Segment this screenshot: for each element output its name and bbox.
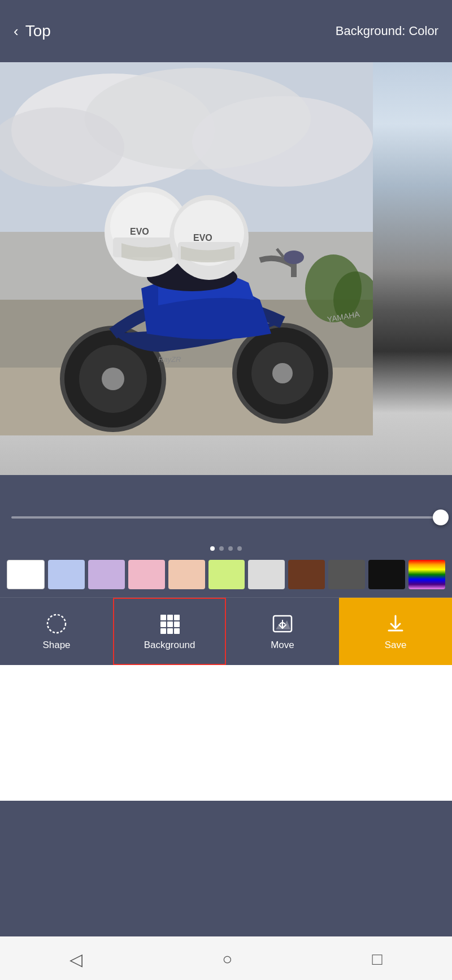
svg-point-12 bbox=[102, 368, 124, 390]
save-icon bbox=[384, 612, 407, 635]
header-left: ‹ Top bbox=[14, 22, 51, 40]
svg-rect-35 bbox=[160, 628, 166, 634]
svg-rect-32 bbox=[160, 621, 166, 627]
slider-track[interactable] bbox=[11, 516, 441, 519]
slider-section[interactable] bbox=[0, 475, 452, 543]
photo-content: EVO EVO YAMAHA RayZR bbox=[40, 82, 412, 455]
background-button[interactable]: Background bbox=[113, 598, 226, 665]
swatch-light-gray[interactable] bbox=[248, 560, 285, 589]
svg-point-15 bbox=[272, 363, 293, 383]
photo-circle[interactable]: EVO EVO YAMAHA RayZR bbox=[40, 82, 412, 455]
svg-rect-36 bbox=[167, 628, 173, 634]
save-button[interactable]: Save bbox=[339, 598, 452, 665]
swatch-light-purple[interactable] bbox=[88, 560, 125, 589]
swatch-peach[interactable] bbox=[168, 560, 205, 589]
background-mode-label[interactable]: Background: Color bbox=[336, 24, 438, 38]
nav-back-button[interactable]: ◁ bbox=[69, 949, 82, 969]
svg-rect-37 bbox=[174, 628, 180, 634]
svg-rect-33 bbox=[167, 621, 173, 627]
move-icon bbox=[271, 612, 294, 635]
svg-rect-30 bbox=[167, 615, 173, 620]
moto-svg: EVO EVO YAMAHA RayZR bbox=[40, 82, 373, 435]
save-label: Save bbox=[385, 640, 407, 651]
dot-1[interactable] bbox=[210, 546, 215, 551]
swatch-white[interactable] bbox=[7, 560, 45, 589]
swatch-light-pink[interactable] bbox=[128, 560, 165, 589]
svg-text:EVO: EVO bbox=[130, 227, 149, 236]
nav-bar: ◁ ○ □ bbox=[0, 936, 452, 980]
lower-panel: Shape Background bbox=[0, 475, 452, 665]
svg-rect-29 bbox=[160, 615, 166, 620]
swatch-dark-gray[interactable] bbox=[328, 560, 365, 589]
svg-rect-34 bbox=[174, 621, 180, 627]
header: ‹ Top Background: Color bbox=[0, 0, 452, 62]
swatch-rainbow[interactable] bbox=[408, 560, 445, 589]
svg-text:EVO: EVO bbox=[193, 233, 212, 243]
move-button[interactable]: Move bbox=[226, 598, 339, 665]
move-label: Move bbox=[271, 640, 294, 651]
svg-point-3 bbox=[192, 96, 373, 187]
canvas-area[interactable]: EVO EVO YAMAHA RayZR bbox=[0, 62, 452, 475]
slider-thumb[interactable] bbox=[433, 510, 449, 525]
bottom-toolbar: Shape Background bbox=[0, 597, 452, 665]
page-title: Top bbox=[25, 22, 51, 40]
nav-recent-button[interactable]: □ bbox=[372, 949, 382, 969]
dots-row bbox=[0, 543, 452, 556]
shape-button[interactable]: Shape bbox=[0, 598, 113, 665]
shape-label: Shape bbox=[42, 640, 70, 651]
bottom-spacer bbox=[0, 665, 452, 801]
svg-point-27 bbox=[284, 251, 304, 264]
dot-2[interactable] bbox=[219, 546, 224, 551]
dot-4[interactable] bbox=[237, 546, 242, 551]
shape-icon bbox=[45, 612, 68, 635]
svg-rect-31 bbox=[174, 615, 180, 620]
dot-3[interactable] bbox=[228, 546, 233, 551]
background-label: Background bbox=[144, 640, 195, 651]
svg-text:RayZR: RayZR bbox=[158, 355, 181, 364]
nav-home-button[interactable]: ○ bbox=[222, 949, 232, 969]
swatch-black[interactable] bbox=[368, 560, 405, 589]
swatch-light-blue[interactable] bbox=[48, 560, 85, 589]
back-button[interactable]: ‹ bbox=[14, 23, 19, 40]
svg-point-28 bbox=[47, 615, 66, 633]
color-swatches-row bbox=[0, 556, 452, 597]
background-icon bbox=[158, 612, 181, 635]
swatch-lime[interactable] bbox=[208, 560, 245, 589]
swatch-brown[interactable] bbox=[288, 560, 325, 589]
